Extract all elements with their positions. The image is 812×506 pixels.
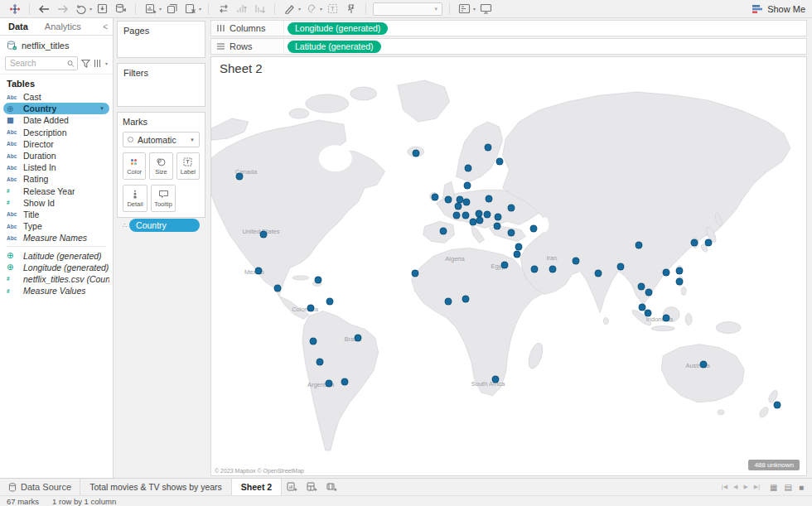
size-button[interactable]: Size xyxy=(149,152,172,180)
add-datasource-icon[interactable] xyxy=(113,2,128,17)
field-duration[interactable]: AbcDuration xyxy=(0,150,113,161)
map-mark[interactable] xyxy=(676,278,684,286)
map-mark[interactable] xyxy=(413,150,420,157)
map-mark[interactable] xyxy=(514,251,521,258)
show-tabs-icon[interactable]: ▦ xyxy=(770,483,777,492)
map-mark[interactable] xyxy=(508,229,515,237)
field-rating[interactable]: AbcRating xyxy=(0,173,113,185)
country-mark-pill[interactable]: Country xyxy=(129,219,200,232)
map-mark[interactable] xyxy=(317,359,324,366)
map-mark[interactable] xyxy=(496,158,504,166)
filters-card[interactable]: Filters xyxy=(117,63,205,107)
map-mark[interactable] xyxy=(486,195,493,203)
swap-rows-columns-icon[interactable] xyxy=(215,2,231,17)
field-date-added[interactable]: ▦Date Added xyxy=(0,114,113,126)
field-caret-icon[interactable]: ▼ xyxy=(99,106,104,111)
fit-selector[interactable]: ▼ xyxy=(373,2,442,16)
field-cast[interactable]: AbcCast xyxy=(0,91,113,103)
map-mark[interactable] xyxy=(774,402,781,409)
text-label-icon[interactable] xyxy=(325,2,341,17)
map-mark[interactable] xyxy=(453,212,461,219)
replay-icon[interactable] xyxy=(73,2,89,17)
tab-analytics[interactable]: Analytics xyxy=(36,18,89,35)
map-mark[interactable] xyxy=(440,228,447,235)
map-mark[interactable] xyxy=(645,289,653,296)
pages-card[interactable]: Pages xyxy=(117,21,205,58)
map-mark[interactable] xyxy=(455,203,462,210)
label-button[interactable]: Label xyxy=(176,152,200,180)
map-mark[interactable] xyxy=(549,266,557,273)
show-me-toggle-icon[interactable] xyxy=(457,2,472,17)
map-mark[interactable] xyxy=(236,173,244,181)
map-mark[interactable] xyxy=(705,239,713,247)
unknown-indicator[interactable]: 488 unknown xyxy=(748,460,800,470)
map-view[interactable]: CanadaUnited StatesMexicoColombiaBrazilA… xyxy=(211,79,806,475)
show-me-button[interactable]: Show Me xyxy=(752,4,805,14)
new-worksheet-tab-icon[interactable] xyxy=(282,479,302,495)
map-mark[interactable] xyxy=(445,196,452,204)
tab-sheet-2[interactable]: Sheet 2 xyxy=(232,479,282,495)
map-mark[interactable] xyxy=(484,211,491,219)
map-mark[interactable] xyxy=(700,361,708,369)
new-story-tab-icon[interactable] xyxy=(321,479,341,495)
search-input-wrap[interactable] xyxy=(5,56,78,70)
highlight-caret-icon[interactable]: ▾ xyxy=(298,6,301,12)
map-mark[interactable] xyxy=(341,378,349,386)
field-description[interactable]: AbcDescription xyxy=(0,127,113,138)
mark-type-dropdown[interactable]: Automatic ▼ xyxy=(123,132,200,147)
tooltip-button[interactable]: Tooltip xyxy=(151,185,176,212)
map-mark[interactable] xyxy=(274,285,282,292)
filter-icon[interactable] xyxy=(81,59,90,68)
clear-sheet-icon[interactable] xyxy=(182,2,198,17)
map-mark[interactable] xyxy=(310,338,317,345)
map-mark[interactable] xyxy=(492,376,500,383)
rows-shelf[interactable]: Rows Latitude (generated) xyxy=(210,38,807,55)
map-mark[interactable] xyxy=(315,277,322,284)
first-sheet-icon[interactable]: |◀ xyxy=(722,484,727,490)
field-country[interactable]: ⊕Country▼ xyxy=(0,103,113,114)
highlight-icon[interactable] xyxy=(282,2,297,17)
map-mark[interactable] xyxy=(445,298,452,306)
tab-total-movies[interactable]: Total movies & TV shows by years xyxy=(80,479,232,495)
save-icon[interactable] xyxy=(94,2,110,17)
map-mark[interactable] xyxy=(595,270,602,277)
map-mark[interactable] xyxy=(638,283,645,291)
show-me-toggle-caret-icon[interactable]: ▾ xyxy=(473,6,476,12)
map-mark[interactable] xyxy=(485,144,492,152)
map-mark[interactable] xyxy=(463,199,471,206)
new-dashboard-tab-icon[interactable] xyxy=(302,479,321,495)
map-mark[interactable] xyxy=(432,194,439,201)
datasource-row[interactable]: netflix_titles xyxy=(0,36,113,55)
tab-data[interactable]: Data xyxy=(0,18,36,35)
new-worksheet-icon[interactable] xyxy=(143,2,158,17)
map-mark[interactable] xyxy=(573,258,580,265)
map-mark[interactable] xyxy=(617,263,625,271)
map-mark[interactable] xyxy=(326,380,333,388)
map-mark[interactable] xyxy=(515,243,523,251)
field-show-id[interactable]: #Show Id xyxy=(0,197,113,209)
map-mark[interactable] xyxy=(494,223,501,230)
new-worksheet-caret-icon[interactable]: ▾ xyxy=(159,6,162,12)
map-mark[interactable] xyxy=(326,298,334,306)
field-latitude-generated-[interactable]: ⊕Latitude (generated) xyxy=(0,249,113,261)
longitude-pill[interactable]: Longitude (generated) xyxy=(288,22,388,35)
forward-icon[interactable] xyxy=(55,2,70,17)
search-input[interactable] xyxy=(10,59,67,68)
field-measure-names[interactable]: AbcMeasure Names xyxy=(0,232,113,243)
collapse-pane-icon[interactable]: < xyxy=(98,22,113,31)
map-mark[interactable] xyxy=(530,225,538,233)
map-mark[interactable] xyxy=(260,231,268,239)
field-netflix-titles-csv-count-[interactable]: #netflix_titles.csv (Count) xyxy=(0,273,113,285)
show-filmstrip-icon[interactable]: ▤ xyxy=(785,483,792,492)
back-icon[interactable] xyxy=(36,2,52,17)
field-type[interactable]: AbcType xyxy=(0,220,113,232)
map-mark[interactable] xyxy=(464,182,471,190)
detail-button[interactable]: Detail xyxy=(123,185,147,212)
field-director[interactable]: AbcDirector xyxy=(0,138,113,150)
map-mark[interactable] xyxy=(465,165,472,172)
duplicate-sheet-icon[interactable] xyxy=(164,2,180,17)
map-mark[interactable] xyxy=(495,214,502,221)
map-mark[interactable] xyxy=(645,310,652,317)
latitude-pill[interactable]: Latitude (generated) xyxy=(288,41,381,53)
presentation-mode-icon[interactable] xyxy=(478,2,494,17)
